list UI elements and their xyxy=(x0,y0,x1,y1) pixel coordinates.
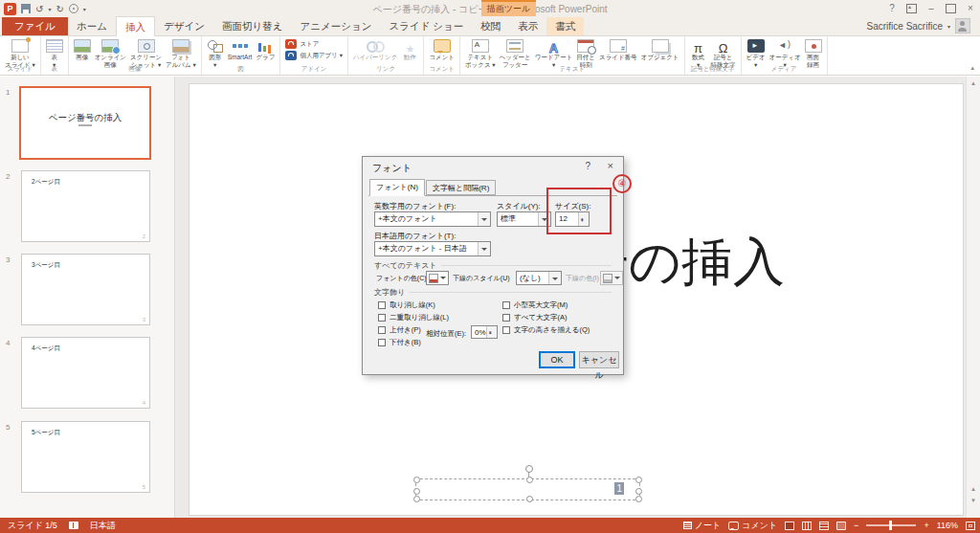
effect-checkbox-row[interactable]: 小型英大文字(M) xyxy=(502,300,568,310)
ribbon-button[interactable]: オブジェクト xyxy=(639,38,681,62)
tab-animations[interactable]: アニメーション xyxy=(291,17,380,35)
effect-checkbox-row[interactable]: 文字の高さを揃える(Q) xyxy=(502,325,590,335)
comments-toggle[interactable]: コメント xyxy=(728,520,777,532)
thumbnail-page-number: 4 xyxy=(143,400,145,406)
dialog-help-icon[interactable]: ? xyxy=(585,161,590,171)
dialog-tab-spacing[interactable]: 文字幅と間隔(R) xyxy=(426,180,496,195)
resize-handle[interactable] xyxy=(635,477,642,483)
tab-slideshow[interactable]: スライド ショー xyxy=(380,17,472,35)
jp-font-combo[interactable]: +本文のフォント - 日本語 xyxy=(374,241,491,256)
next-slide-icon[interactable]: ▾ xyxy=(967,497,980,504)
tab-design[interactable]: デザイン xyxy=(155,17,213,35)
image-icon xyxy=(74,39,91,53)
checkbox-icon[interactable] xyxy=(378,314,386,322)
tab-home[interactable]: ホーム xyxy=(68,17,116,35)
effect-checkbox-row[interactable]: 上付き(P) xyxy=(378,325,421,335)
resize-handle[interactable] xyxy=(526,477,533,483)
zoom-percent[interactable]: 116% xyxy=(937,521,958,530)
collapse-ribbon-icon[interactable]: ▴ xyxy=(970,64,974,72)
language-indicator[interactable]: 日本語 xyxy=(90,520,116,532)
minimize-icon[interactable]: – xyxy=(925,2,937,14)
offset-input[interactable]: 0% xyxy=(471,325,498,339)
ribbon-button[interactable]: コメント xyxy=(427,38,457,62)
resize-handle[interactable] xyxy=(635,488,642,495)
latin-font-combo[interactable]: +本文のフォント xyxy=(374,211,491,227)
slide-thumbnail[interactable]: ページ番号の挿入 xyxy=(19,86,151,160)
ribbon-button[interactable]: 動作 xyxy=(399,38,420,62)
zoom-slider-thumb[interactable] xyxy=(889,521,892,530)
checkbox-icon[interactable] xyxy=(378,301,386,309)
underline-style-combo[interactable]: (なし) xyxy=(516,271,562,285)
tab-format[interactable]: 書式 xyxy=(546,17,584,35)
normal-view-icon[interactable] xyxy=(785,522,794,530)
slide-thumbnail[interactable]: 3ページ目3 xyxy=(21,254,150,325)
zoom-in-icon[interactable]: + xyxy=(924,521,928,530)
combo-arrow-icon[interactable] xyxy=(478,242,490,255)
notes-icon xyxy=(683,522,692,529)
tab-transitions[interactable]: 画面切り替え xyxy=(213,17,292,35)
font-color-button[interactable] xyxy=(426,271,449,285)
checkbox-label: 上付き(P) xyxy=(390,325,421,335)
newslide-icon xyxy=(11,39,29,53)
page-number-textbox[interactable]: 1 xyxy=(415,478,640,500)
ribbon-button[interactable]: 個人用アプリ ▾ xyxy=(283,50,345,61)
ribbon-button[interactable]: グラフ xyxy=(254,38,277,62)
checkbox-icon[interactable] xyxy=(502,326,510,334)
slide-sorter-view-icon[interactable] xyxy=(802,522,812,530)
zoom-out-icon[interactable]: − xyxy=(854,521,858,530)
video-icon xyxy=(747,39,765,53)
checkbox-icon[interactable] xyxy=(378,326,386,334)
ribbon-button-label: 動作 xyxy=(404,54,416,61)
ribbon-button[interactable]: スライド番号 xyxy=(597,38,639,62)
cancel-button[interactable]: キャンセル xyxy=(579,351,619,368)
effect-checkbox-row[interactable]: 取り消し線(K) xyxy=(378,300,435,310)
restore-icon[interactable] xyxy=(946,4,956,13)
resize-handle[interactable] xyxy=(635,496,642,502)
tab-insert[interactable]: 挿入 xyxy=(116,16,155,36)
checkbox-icon[interactable] xyxy=(502,314,510,322)
vertical-scrollbar[interactable]: ▴ ▴ ▾ xyxy=(966,77,980,518)
page-number-value[interactable]: 1 xyxy=(614,482,624,495)
tab-view[interactable]: 表示 xyxy=(509,17,546,35)
effect-checkbox-row[interactable]: 二重取り消し線(L) xyxy=(378,313,449,322)
close-icon[interactable]: × xyxy=(965,2,976,14)
ribbon-button[interactable]: ストア xyxy=(283,38,321,50)
slide-thumbnail[interactable]: 5ページ目5 xyxy=(21,421,150,493)
tab-file[interactable]: ファイル xyxy=(2,17,68,35)
ok-button[interactable]: OK xyxy=(539,351,575,368)
effect-checkbox-row[interactable]: 下付き(B) xyxy=(378,338,421,347)
previous-slide-icon[interactable]: ▴ xyxy=(967,485,980,493)
reading-view-icon[interactable] xyxy=(819,522,829,530)
checkbox-icon[interactable] xyxy=(378,339,386,346)
effect-checkbox-row[interactable]: すべて大文字(A) xyxy=(502,313,568,322)
spinner-icon[interactable] xyxy=(486,326,497,338)
resize-handle[interactable] xyxy=(526,496,533,502)
zoom-slider[interactable] xyxy=(866,524,916,526)
dialog-tab-font[interactable]: フォント(N) xyxy=(369,179,425,196)
textbox-icon xyxy=(472,39,489,53)
resize-handle[interactable] xyxy=(413,477,420,483)
combo-arrow-icon[interactable] xyxy=(478,212,490,226)
checkbox-label: 小型英大文字(M) xyxy=(514,300,568,310)
resize-handle[interactable] xyxy=(413,496,420,502)
dialog-close-icon[interactable]: × xyxy=(608,160,613,171)
checkbox-label: 二重取り消し線(L) xyxy=(390,313,449,322)
proofing-icon[interactable] xyxy=(69,522,78,529)
slideshow-view-icon[interactable] xyxy=(836,522,846,530)
ribbon-button[interactable]: 画像 xyxy=(72,38,93,62)
ribbon-display-options-icon[interactable] xyxy=(906,4,917,13)
resize-handle[interactable] xyxy=(413,488,420,495)
tab-review[interactable]: 校閲 xyxy=(472,17,509,35)
style-combo[interactable]: 標準 xyxy=(497,211,551,227)
fit-slide-icon[interactable] xyxy=(966,522,975,530)
slide-thumbnail[interactable]: 4ページ目4 xyxy=(21,337,150,409)
slide-thumbnail[interactable]: 2ページ目2 xyxy=(21,170,150,242)
rotation-handle[interactable] xyxy=(525,465,533,473)
ribbon-button[interactable]: SmartArt xyxy=(226,38,255,62)
notes-toggle[interactable]: ノート xyxy=(683,520,721,532)
combo-arrow-icon[interactable] xyxy=(548,272,561,284)
scroll-up-icon[interactable]: ▴ xyxy=(967,79,980,87)
ribbon-button[interactable]: ハイパーリンク xyxy=(351,38,399,62)
help-icon[interactable]: ? xyxy=(886,2,898,14)
checkbox-icon[interactable] xyxy=(502,301,510,309)
